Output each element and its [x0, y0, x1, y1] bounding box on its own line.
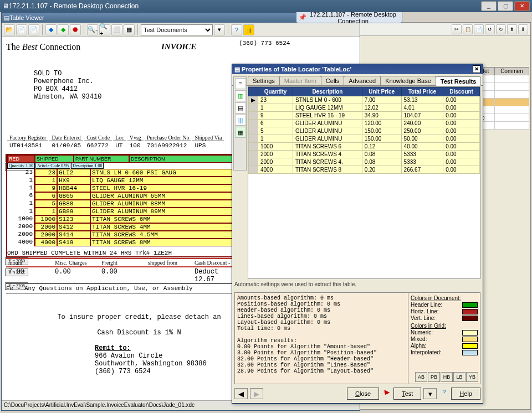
badge: Quantity 1.00 [7, 163, 35, 169]
minimize-button[interactable]: _ [481, 1, 497, 11]
result-row[interactable]: 1GLIDER ALUMINU150.0050.000.00 [249, 135, 480, 143]
invoice-fields: Factory RegisterDate EnteredCust CodeLoc… [6, 133, 225, 150]
zoom-out-icon[interactable]: 🔍- [87, 24, 98, 35]
field-value: 100 [127, 142, 144, 149]
tool-icon[interactable]: 📋 [463, 24, 473, 34]
properties-tabs: SettingsMaster ItemCellsAdvancedKnowledg… [232, 74, 483, 86]
doc-icon[interactable]: 📄 [16, 24, 27, 35]
document-select[interactable]: Test Documents [141, 24, 213, 35]
zoom-in-icon[interactable]: 🔍+ [99, 24, 110, 35]
properties-dialog: ▤ Properties of Table Locator 'TableLoc'… [232, 64, 483, 404]
properties-titlebar[interactable]: ▤ Properties of Table Locator 'TableLoc'… [232, 64, 483, 74]
outer-title: 172.21.1.107 - Remote Desktop Connection [9, 2, 139, 10]
dropdown-btn[interactable]: ▾ [214, 24, 225, 35]
result-row[interactable]: 5GLIDER ALUMINU150.00250.000.00 [249, 127, 480, 135]
result-col[interactable]: Discount [443, 87, 480, 96]
color-icon[interactable]: ◆ [45, 24, 57, 35]
field-header: Date Entered [49, 135, 83, 141]
field-header: Vvsg [127, 135, 144, 141]
dialog-close-button[interactable]: ✕ [473, 65, 480, 73]
results-table-wrap[interactable]: QuantityDescriptionUnit PriceTotal Price… [248, 86, 480, 279]
vtool-icon[interactable]: ≡ [235, 78, 246, 89]
field-value: UT [113, 142, 126, 149]
result-row[interactable]: 6GLIDER ALUMINU120.00240.000.00 [249, 120, 480, 127]
invoice-row: 10001000S123TITAN SCREWS 6MM [7, 215, 238, 223]
field-value: UT0143581 [7, 142, 48, 149]
invoice-row: 15GB88GLIDER ALUMINUM 88MM [7, 200, 238, 208]
algo-mini-btn[interactable]: LB [453, 372, 466, 382]
legend-row: Vert. Line: [411, 315, 478, 321]
field-header: Shipped Via [192, 135, 224, 141]
tab-test-results[interactable]: Test Results [436, 76, 482, 86]
tool-icon[interactable]: ✂ [452, 24, 462, 34]
ship-note: ORD SHIPPED COMPLETE WITHIN 24 HRS Trk# … [7, 250, 238, 256]
invoice-row: 40004000S419TITAN SCREWS 8MM [7, 239, 238, 246]
result-col[interactable]: Unit Price [362, 87, 401, 96]
help-button[interactable]: Help [451, 388, 480, 400]
result-col[interactable]: Description [293, 87, 362, 96]
bars-icon[interactable]: ⫼ [243, 24, 254, 35]
tool-icon[interactable]: ↻ [496, 24, 506, 34]
color-icon[interactable]: ◆ [58, 24, 69, 35]
prev-button[interactable]: ◀ [234, 388, 248, 399]
legend-row: Alpha: [411, 343, 478, 349]
pin-icon[interactable]: 📌 [299, 14, 306, 21]
help-icon[interactable]: ? [231, 24, 242, 35]
algorithm-text: Amounts-based algorithm: 0 ms Positions-… [235, 293, 408, 384]
tab-settings[interactable]: Settings [248, 76, 280, 85]
invoice-row: 20002000S412TITAN SCREWS 4MM [7, 223, 238, 231]
vtool-icon[interactable]: ▦ [235, 127, 246, 138]
field-value: 662772 [84, 142, 112, 149]
open-icon[interactable]: 📂 [4, 24, 15, 35]
result-row[interactable]: 2000TITAN SCREWS 4.0.0853330.00 [249, 158, 480, 166]
maximize-button[interactable]: ▢ [498, 1, 513, 11]
result-row[interactable]: 1000TITAN SCREWS 60.1240.000.00 [249, 143, 480, 151]
test-icon: !▶ [381, 389, 391, 399]
rdp-icon: 🖥 [2, 2, 9, 10]
tab-cells[interactable]: Cells [321, 76, 344, 85]
sold-to-block: SOLD TO Powerphone Inc. PO BOX 4412 Wins… [34, 70, 101, 101]
result-col[interactable]: Total Price [401, 87, 443, 96]
grid-icon[interactable]: ▦ [124, 24, 135, 35]
tool-icon[interactable]: ⬆ [507, 24, 517, 34]
window-icon: ▤ [4, 14, 9, 22]
tab-master-item[interactable]: Master Item [279, 76, 321, 85]
invoice-row: 11HX9LIQ GAUGE 12MM [7, 177, 238, 184]
vtool-icon[interactable]: ▥ [235, 90, 246, 101]
invoice-row: 20002000S414TITAN SCREWS 4.5MM [7, 231, 238, 239]
fit-icon[interactable]: ⬜ [111, 24, 122, 35]
tool-icon[interactable]: ⬇ [518, 24, 528, 34]
col-header[interactable]: Commen [494, 68, 529, 75]
test-button[interactable]: Test [393, 388, 421, 400]
invoice-row: 19HBB44STEEL HVR 16-19 [7, 184, 238, 192]
close-button[interactable]: ✕ [514, 1, 530, 11]
invoice-row: 66GB65GLIDER ALUMINUM 65MM [7, 192, 238, 200]
algo-mini-btn[interactable]: HB [441, 372, 453, 382]
result-row[interactable]: 9STEEL HVR 16 - 1934.90104.070.00 [249, 112, 480, 120]
close-button[interactable]: Close [347, 388, 379, 400]
result-col[interactable]: Quantity [258, 87, 293, 96]
tab-advanced[interactable]: Advanced [344, 76, 381, 85]
vtool-icon[interactable]: ||| [235, 115, 246, 126]
field-header: Purchase Order No [145, 135, 192, 141]
vtool-icon[interactable]: ▤ [235, 102, 246, 113]
badge: Article Code 0.95 [35, 163, 70, 169]
tool-icon[interactable]: ↺ [485, 24, 495, 34]
result-row[interactable]: 4000TITAN SCREWS 80.20266.670.00 [249, 166, 480, 174]
help-icon: ? [439, 389, 449, 399]
next-button[interactable]: ▶ [250, 388, 263, 399]
result-row[interactable]: ▶23STNLS LM 0 - 6007.0053.130.00 [249, 96, 480, 104]
result-row[interactable]: 2000TITAN SCREWS 40.0853330.00 [249, 151, 480, 158]
algo-mini-btn[interactable]: YB [466, 372, 478, 382]
doc-icon[interactable]: 📄 [28, 24, 39, 35]
result-row[interactable]: 1LIQ GAUGE 12MM12.024.010.00 [249, 104, 480, 112]
test-dropdown[interactable]: ▾ [423, 388, 437, 399]
tab-knowledge-base[interactable]: Knowledge Base [380, 76, 436, 85]
question-line: Fe - Any Questions on Application, Use, … [6, 283, 239, 293]
invoice-row: 11GB89GLIDER ALUMINUM 89MM [7, 208, 238, 215]
algo-mini-btn[interactable]: AB [415, 372, 427, 382]
rdp-connection-bar[interactable]: 📌 172.21.1.107 - Remote Desktop Connecti… [296, 12, 402, 23]
tool-icon[interactable]: 📄 [474, 24, 484, 34]
algo-mini-btn[interactable]: PB [428, 372, 440, 382]
stop-icon[interactable]: ⬣ [70, 24, 81, 35]
